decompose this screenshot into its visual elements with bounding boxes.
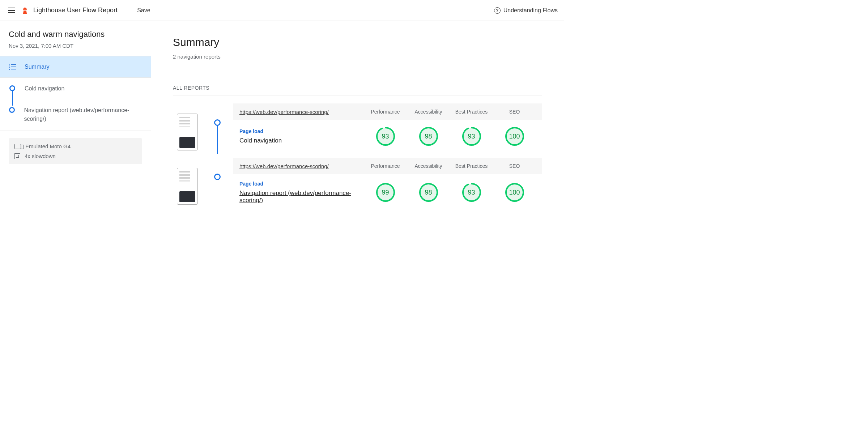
page-subtitle: 2 navigation reports: [173, 54, 542, 60]
report-block: https://web.dev/performance-scoring/ Per…: [173, 158, 542, 213]
main-content: Summary 2 navigation reports ALL REPORTS…: [151, 21, 564, 282]
step-dot-icon: [9, 107, 15, 113]
report-url-link[interactable]: https://web.dev/performance-scoring/: [239, 163, 363, 169]
help-link[interactable]: ? Understanding Flows: [494, 7, 558, 14]
sidebar-step[interactable]: Cold navigation: [0, 78, 151, 99]
score-value: 100: [505, 183, 524, 202]
report-block: https://web.dev/performance-scoring/ Per…: [173, 103, 542, 155]
score-gauge[interactable]: 93: [462, 183, 481, 202]
col-best-practices: Best Practices: [451, 109, 492, 115]
col-performance: Performance: [365, 109, 406, 115]
help-icon: ?: [494, 7, 501, 14]
topbar: Lighthouse User Flow Report Save ? Under…: [0, 0, 564, 21]
col-best-practices: Best Practices: [451, 163, 492, 169]
svg-rect-0: [24, 9, 26, 10]
timeline-dot-icon: [214, 174, 221, 180]
sidebar-step-label: Navigation report (web.dev/performance-s…: [24, 106, 142, 123]
score-value: 100: [505, 127, 524, 146]
step-tag: Page load: [239, 128, 363, 134]
score-value: 98: [419, 127, 438, 146]
app-title: Lighthouse User Flow Report: [33, 7, 118, 14]
cpu-icon: [14, 153, 20, 159]
step-dot-icon: [9, 85, 15, 91]
lighthouse-logo-icon: [22, 7, 28, 14]
score-value: 99: [376, 183, 395, 202]
device-icon: [14, 144, 21, 149]
col-performance: Performance: [365, 163, 406, 169]
flow-date: Nov 3, 2021, 7:00 AM CDT: [9, 43, 142, 49]
report-header-row: https://web.dev/performance-scoring/ Per…: [233, 158, 542, 174]
save-button[interactable]: Save: [137, 7, 150, 14]
report-name-link[interactable]: Navigation report (web.dev/performance-s…: [239, 190, 351, 204]
step-tag: Page load: [239, 181, 363, 187]
score-value: 93: [462, 127, 481, 146]
score-gauge[interactable]: 100: [505, 183, 524, 202]
sidebar-step-label: Cold navigation: [25, 84, 64, 93]
col-accessibility: Accessibility: [408, 109, 449, 115]
score-gauge[interactable]: 98: [419, 127, 438, 146]
score-gauge[interactable]: 100: [505, 127, 524, 146]
report-header-row: https://web.dev/performance-scoring/ Per…: [233, 103, 542, 120]
report-url-link[interactable]: https://web.dev/performance-scoring/: [239, 109, 363, 115]
page-title: Summary: [173, 36, 542, 48]
timeline-dot-icon: [214, 119, 221, 126]
menu-icon[interactable]: [7, 6, 17, 15]
list-icon: [9, 64, 16, 70]
device-label: Emulated Moto G4: [25, 143, 71, 149]
score-value: 93: [462, 183, 481, 202]
all-reports-heading: ALL REPORTS: [173, 85, 542, 95]
sidebar-item-summary[interactable]: Summary: [0, 56, 151, 78]
score-gauge[interactable]: 93: [462, 127, 481, 146]
col-accessibility: Accessibility: [408, 163, 449, 169]
score-gauge[interactable]: 98: [419, 183, 438, 202]
sidebar-item-label: Summary: [25, 64, 49, 70]
screenshot-thumbnail[interactable]: [177, 114, 198, 150]
sidebar-meta: Emulated Moto G4 4x slowdown: [9, 138, 142, 164]
screenshot-thumbnail[interactable]: [177, 168, 198, 205]
help-label: Understanding Flows: [503, 7, 558, 14]
sidebar: Cold and warm navigations Nov 3, 2021, 7…: [0, 21, 151, 282]
col-seo: SEO: [494, 109, 535, 115]
sidebar-header: Cold and warm navigations Nov 3, 2021, 7…: [0, 21, 151, 56]
flow-title: Cold and warm navigations: [9, 30, 142, 39]
score-value: 98: [419, 183, 438, 202]
cpu-label: 4x slowdown: [25, 153, 56, 159]
report-name-link[interactable]: Cold navigation: [239, 137, 282, 144]
col-seo: SEO: [494, 163, 535, 169]
score-gauge[interactable]: 93: [376, 127, 395, 146]
score-value: 93: [376, 127, 395, 146]
score-gauge[interactable]: 99: [376, 183, 395, 202]
sidebar-step[interactable]: Navigation report (web.dev/performance-s…: [0, 99, 151, 130]
